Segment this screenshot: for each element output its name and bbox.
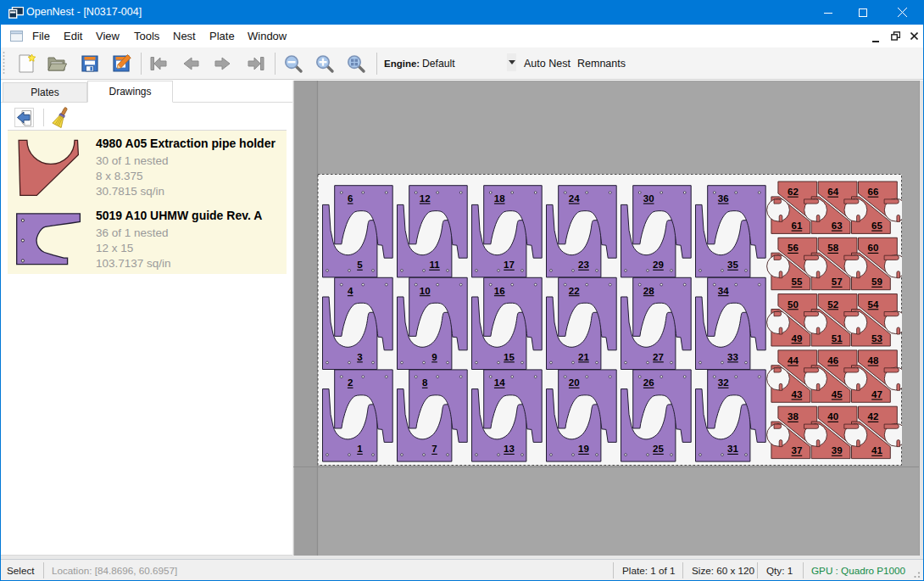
svg-text:48: 48 (868, 355, 879, 366)
svg-text:58: 58 (827, 243, 838, 253)
svg-text:54: 54 (868, 299, 879, 310)
svg-text:61: 61 (792, 221, 803, 231)
svg-text:7: 7 (431, 444, 437, 454)
svg-text:59: 59 (871, 277, 882, 287)
svg-text:47: 47 (871, 389, 882, 399)
svg-text:25: 25 (653, 444, 664, 454)
svg-text:46: 46 (827, 355, 838, 366)
svg-text:66: 66 (868, 187, 879, 197)
svg-text:29: 29 (653, 260, 664, 270)
svg-text:43: 43 (792, 389, 803, 399)
svg-text:56: 56 (788, 243, 799, 253)
svg-text:38: 38 (788, 411, 799, 422)
svg-text:24: 24 (569, 193, 580, 204)
svg-text:18: 18 (494, 193, 505, 204)
svg-text:32: 32 (718, 377, 729, 388)
svg-text:1: 1 (357, 444, 363, 454)
svg-text:28: 28 (643, 286, 654, 296)
svg-text:64: 64 (827, 187, 838, 197)
svg-text:62: 62 (788, 187, 799, 197)
svg-text:17: 17 (504, 260, 515, 270)
svg-text:12: 12 (420, 193, 431, 204)
svg-text:35: 35 (727, 260, 738, 270)
svg-text:50: 50 (788, 299, 799, 310)
svg-text:26: 26 (643, 377, 654, 388)
svg-text:22: 22 (569, 286, 580, 296)
svg-text:20: 20 (569, 377, 580, 388)
svg-text:2: 2 (348, 377, 353, 388)
svg-text:31: 31 (727, 444, 738, 454)
svg-text:16: 16 (494, 286, 505, 296)
svg-text:19: 19 (578, 444, 589, 454)
svg-text:40: 40 (827, 411, 838, 422)
svg-text:57: 57 (832, 277, 843, 287)
svg-text:5: 5 (357, 260, 363, 270)
svg-text:65: 65 (871, 221, 882, 231)
svg-text:33: 33 (727, 352, 738, 362)
svg-text:63: 63 (832, 221, 843, 231)
svg-text:44: 44 (788, 355, 799, 366)
svg-text:42: 42 (868, 411, 879, 422)
svg-text:13: 13 (504, 444, 515, 454)
svg-text:45: 45 (832, 389, 843, 399)
svg-text:11: 11 (429, 260, 440, 270)
svg-text:4: 4 (348, 286, 353, 296)
svg-text:27: 27 (653, 352, 664, 362)
svg-text:15: 15 (504, 352, 515, 362)
svg-text:55: 55 (792, 277, 803, 287)
svg-text:39: 39 (832, 445, 843, 455)
svg-text:41: 41 (871, 445, 882, 455)
svg-text:53: 53 (871, 333, 882, 344)
svg-text:21: 21 (578, 352, 589, 362)
svg-text:6: 6 (348, 193, 353, 204)
svg-text:37: 37 (792, 445, 803, 455)
svg-text:52: 52 (827, 299, 838, 310)
svg-text:10: 10 (420, 286, 431, 296)
svg-text:23: 23 (578, 260, 589, 270)
svg-text:30: 30 (643, 193, 654, 204)
svg-text:60: 60 (868, 243, 879, 253)
svg-text:9: 9 (431, 352, 437, 362)
svg-text:8: 8 (422, 377, 428, 388)
svg-text:14: 14 (494, 377, 505, 388)
svg-text:3: 3 (357, 352, 362, 362)
svg-text:51: 51 (832, 333, 843, 344)
svg-text:49: 49 (792, 333, 803, 344)
svg-text:34: 34 (718, 286, 729, 296)
svg-text:36: 36 (718, 193, 729, 204)
